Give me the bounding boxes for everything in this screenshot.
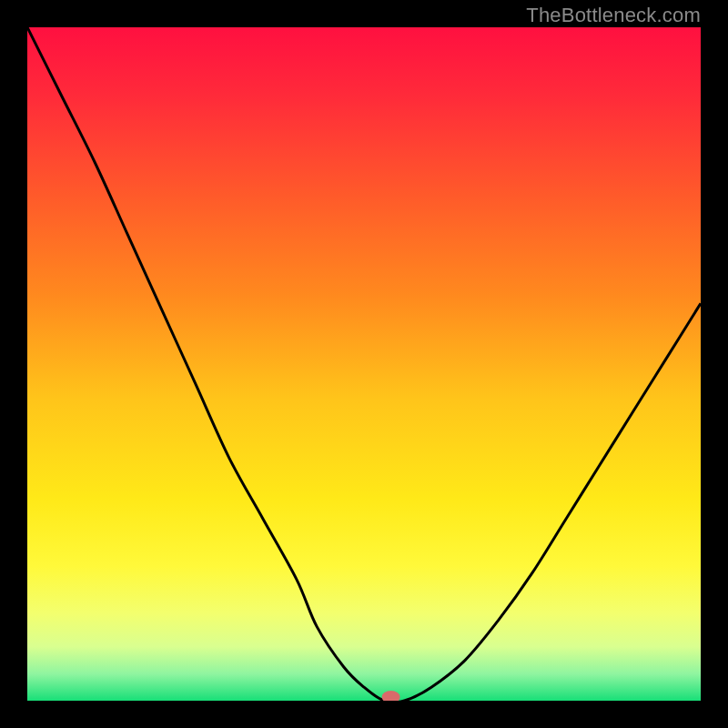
gradient-background: [27, 27, 701, 701]
chart-plot-area: [27, 27, 701, 701]
bottleneck-chart: [27, 27, 701, 701]
attribution-text: TheBottleneck.com: [526, 4, 701, 27]
